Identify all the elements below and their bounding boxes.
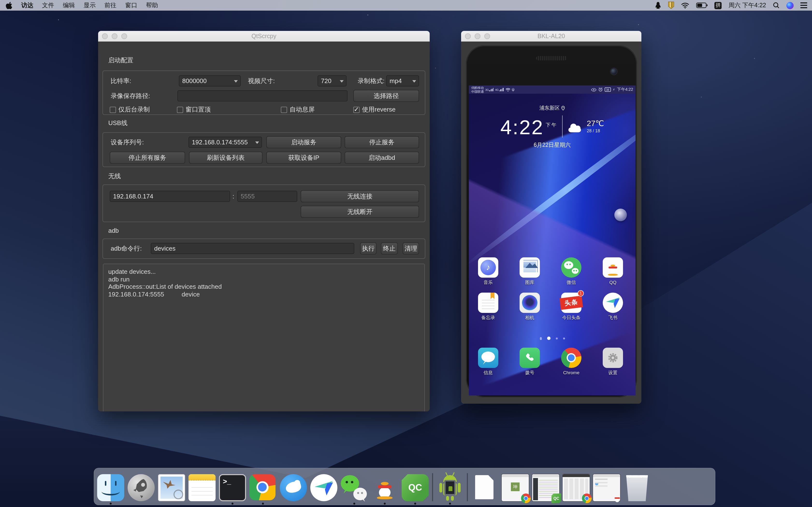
refresh-device-list-button[interactable]: 刷新设备列表 [189,152,262,164]
stop-service-button[interactable]: 停止服务 [345,136,419,148]
dialer-app-icon[interactable] [520,348,540,368]
phone-titlebar[interactable]: BKL-AL20 [461,31,642,42]
dock-seal-app[interactable] [280,474,307,501]
menu-window[interactable]: 窗口 [121,1,142,9]
adb-log-output[interactable]: update devices... adb run AdbProcess::ou… [103,264,425,411]
wifi-status-icon[interactable] [681,1,689,9]
dock-terminal[interactable]: >_ [219,474,246,501]
siri-icon[interactable] [786,2,794,9]
toutiao-app-icon[interactable]: 头条 1 [561,293,581,313]
app-chrome[interactable]: Chrome [551,348,592,375]
dock-qtscrcpy-android[interactable] [437,474,463,501]
choose-path-button[interactable]: 选择路径 [353,90,419,102]
dock-minimized-qq-window[interactable] [593,474,620,501]
shield-status-icon[interactable] [668,1,674,9]
wireless-ip-input[interactable] [110,191,230,202]
dock-minimized-chrome-kun[interactable]: 坤 [502,474,529,501]
gallery-app-icon[interactable] [520,258,540,278]
menu-view[interactable]: 显示 [79,1,100,9]
adb-command-input[interactable] [151,243,354,254]
close-button[interactable] [465,33,471,39]
apple-menu-icon[interactable] [0,1,17,9]
feishu-app-icon[interactable] [603,293,623,313]
dock-qq[interactable] [371,474,398,501]
close-button[interactable] [102,33,108,39]
minimize-button[interactable] [112,33,117,39]
dock-mail[interactable] [158,474,185,501]
checkbox-always-on-top[interactable]: 窗口置顶 [177,106,211,113]
dock-minimized-browser[interactable] [563,474,590,501]
menu-bar-clock[interactable]: 周六 下午4:22 [728,1,766,9]
dock-wechat[interactable] [341,474,368,501]
menu-file[interactable]: 文件 [38,1,58,9]
qtscrcpy-titlebar[interactable]: QtScrcpy [98,31,430,42]
dock-minimized-qtcreator[interactable]: QC [532,474,559,501]
messages-app-icon[interactable] [478,348,498,368]
minimize-button[interactable] [475,33,480,39]
zoom-button[interactable] [484,33,490,39]
checkbox-box[interactable] [177,107,183,113]
dock-qtcreator[interactable]: QC [402,474,429,501]
music-app-icon[interactable]: ♪ [478,258,498,278]
record-format-select[interactable]: mp4 [386,75,419,87]
dock-trash[interactable] [623,474,651,501]
notification-center-icon[interactable] [800,2,807,8]
dock-chrome[interactable] [249,474,276,501]
app-settings[interactable]: 设置 [592,348,633,376]
adb-exec-button[interactable]: 执行 [360,242,376,255]
battery-status-icon[interactable] [696,1,708,9]
camera-app-icon[interactable] [520,293,540,313]
checkbox-auto-screen-off[interactable]: 自动息屏 [281,106,315,113]
adb-kill-button[interactable]: 终止 [381,242,398,255]
checkbox-use-reverse[interactable]: 使用reverse [353,106,396,113]
zoom-button[interactable] [121,33,127,39]
checkbox-box-checked[interactable] [353,107,360,113]
app-music[interactable]: ♪ 音乐 [469,258,509,286]
menu-finder[interactable]: 访达 [17,1,38,9]
wireless-connect-button[interactable]: 无线连接 [301,190,419,202]
settings-app-icon[interactable] [603,348,623,368]
save-path-input[interactable] [177,90,348,101]
app-notes[interactable]: 备忘录 [469,293,509,321]
app-dialer[interactable]: 拨号 [509,348,551,376]
input-method-icon[interactable]: 拼 [714,2,722,9]
video-size-select[interactable]: 720 [317,75,347,87]
spotlight-search-icon[interactable] [773,1,779,9]
dock-finder[interactable] [97,474,124,501]
assistive-floating-ball[interactable] [614,209,627,221]
wechat-app-icon[interactable] [561,258,581,278]
chrome-app-icon[interactable] [561,348,581,368]
menu-go[interactable]: 前往 [100,1,121,9]
app-feishu[interactable]: 飞书 [592,293,633,321]
memo-app-icon[interactable] [478,293,498,313]
stop-all-services-button[interactable]: 停止所有服务 [110,152,185,164]
dock-notes[interactable] [189,474,215,501]
checkbox-box[interactable] [281,107,287,113]
qq-app-icon[interactable] [603,258,623,278]
qq-penguin-status-icon[interactable] [655,1,661,9]
app-camera[interactable]: 相机 [509,293,551,321]
bitrate-select[interactable]: 8000000 [179,75,241,87]
checkbox-background-record[interactable]: 仅后台录制 [110,106,150,113]
get-device-ip-button[interactable]: 获取设备IP [266,152,341,164]
dock-launchpad[interactable] [128,474,155,501]
app-gallery[interactable]: 图库 [509,258,551,286]
device-serial-select[interactable]: 192.168.0.174:5555 [189,137,262,148]
wireless-port-input[interactable] [237,191,297,202]
menu-help[interactable]: 帮助 [142,1,162,9]
app-qq[interactable]: QQ [592,258,633,285]
start-adbd-button[interactable]: 启动adbd [345,152,419,164]
app-messages[interactable]: 信息 [469,348,509,376]
start-service-button[interactable]: 启动服务 [266,136,341,148]
clock-weather-widget[interactable]: 浦东新区 4:22 下午 27℃ 28 / 18 [469,105,636,149]
app-wechat[interactable]: 微信 [551,258,592,286]
wireless-disconnect-button[interactable]: 无线断开 [301,206,419,218]
checkbox-box[interactable] [110,107,116,113]
app-toutiao[interactable]: 头条 1 今日头条 [551,293,592,321]
dock-feishu[interactable] [310,474,337,501]
menu-edit[interactable]: 编辑 [58,1,79,9]
dock-documents-stack[interactable] [471,474,498,501]
section-launch-config: 启动配置 [108,56,134,65]
adb-clear-button[interactable]: 清理 [403,242,419,255]
phone-screen[interactable]: 优酷移动 中国联通 3G 4G ψ [469,86,636,395]
